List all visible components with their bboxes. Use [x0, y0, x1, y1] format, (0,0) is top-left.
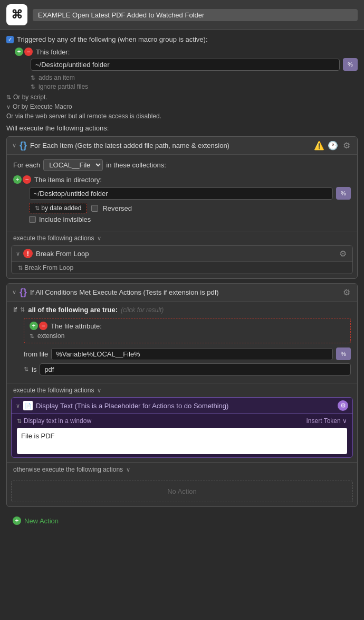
break-body: ⇅ Break From Loop	[12, 262, 352, 274]
display-title: Display Text (This is a Placeholder for …	[36, 402, 334, 410]
if-label: If	[13, 306, 17, 314]
remove-folder-button[interactable]: −	[24, 48, 33, 56]
for-each-var-row: For each LOCAL__File in these collection…	[13, 159, 351, 171]
if-brace-icon: {}	[20, 287, 27, 298]
from-file-var-button[interactable]: %	[336, 347, 351, 360]
insert-token-button[interactable]: Insert Token ∨	[306, 417, 348, 425]
for-each-variable-select[interactable]: LOCAL__File	[43, 159, 103, 171]
file-attr-remove[interactable]: −	[39, 322, 47, 330]
for-each-body: For each LOCAL__File in these collection…	[7, 155, 357, 231]
script-chevron: ⇅	[6, 94, 11, 101]
or-execute-row: ∨ Or by Execute Macro	[6, 103, 358, 110]
if-execute-label: execute the following actions	[13, 387, 94, 394]
is-row: ⇅ is	[24, 363, 351, 375]
for-each-chevron[interactable]: ∨	[12, 142, 16, 149]
reversed-label: Reversed	[102, 204, 132, 212]
display-text-content[interactable]: File is PDF	[17, 428, 347, 454]
display-chevron[interactable]: ∨	[16, 402, 20, 409]
break-icon: !	[23, 249, 33, 258]
include-invisibles-checkbox[interactable]	[29, 216, 36, 223]
insert-token-chevron: ∨	[342, 417, 347, 425]
from-file-input[interactable]	[51, 348, 333, 360]
ignore-partial-chevron: ⇅	[31, 83, 35, 90]
for-each-brace-icon: {}	[20, 140, 27, 151]
if-execute-row: execute the following actions ∨	[7, 383, 357, 397]
execute-label: execute the following actions	[13, 234, 94, 242]
from-file-label: from file	[24, 350, 48, 358]
display-icon: 📄	[23, 401, 33, 410]
items-add-remove: + −	[13, 175, 31, 184]
or-script-row: ⇅ Or by script.	[6, 93, 358, 101]
for-each-gear[interactable]: ⚙	[341, 140, 352, 151]
adds-item-label: adds an item	[39, 74, 75, 81]
dir-path-input[interactable]	[29, 187, 333, 200]
break-header: ∨ ! Break From Loop ⚙	[12, 246, 352, 262]
clock-icon: 🕐	[328, 140, 338, 151]
or-execute-label: Or by Execute Macro	[13, 103, 72, 110]
break-block: ∨ ! Break From Loop ⚙ ⇅ Break From Loop	[11, 245, 353, 274]
items-remove-button[interactable]: −	[23, 175, 31, 184]
items-row: + − The items in directory:	[13, 175, 351, 184]
file-attr-add-remove: + −	[30, 322, 47, 330]
is-value-input[interactable]	[40, 363, 351, 375]
if-execute-chevron[interactable]: ∨	[97, 387, 101, 394]
main-body: ✓ Triggered by any of the following (whe…	[0, 30, 364, 536]
conditions-chevron: ⇅	[20, 306, 25, 313]
extension-label: extension	[37, 332, 64, 340]
extension-chevron: ⇅	[30, 333, 34, 340]
folder-var-button[interactable]: %	[343, 58, 358, 71]
break-sub-label: Break From Loop	[24, 264, 73, 271]
folder-label-row: + − This folder:	[15, 48, 358, 56]
display-block: ∨ 📄 Display Text (This is a Placeholder …	[11, 397, 353, 458]
insert-token-label: Insert Token	[306, 417, 341, 425]
add-remove-group: + −	[15, 48, 33, 56]
sort-button[interactable]: ⇅ by date added	[29, 203, 87, 213]
display-body: ⇅ Display text in a window Insert Token …	[12, 414, 352, 457]
if-header: ∨ {} If All Conditions Met Execute Actio…	[7, 284, 357, 302]
folder-path-input[interactable]	[31, 59, 340, 71]
adds-item-chevron: ⇅	[31, 74, 35, 81]
for-each-execute-row: execute the following actions ∨	[7, 231, 357, 245]
break-gear[interactable]: ⚙	[338, 248, 348, 259]
file-attr-label: The file attribute:	[51, 322, 102, 330]
display-header: ∨ 📄 Display Text (This is a Placeholder …	[12, 398, 352, 414]
no-action-label: No Action	[167, 487, 197, 495]
file-attr-add[interactable]: +	[30, 322, 38, 330]
add-folder-button[interactable]: +	[15, 48, 23, 56]
folder-section: + − This folder: % ⇅ adds an item ⇅ igno…	[15, 48, 358, 90]
for-each-header: ∨ {} For Each Item (Gets the latest adde…	[7, 137, 357, 155]
break-title: Break From Loop	[36, 250, 334, 258]
reversed-checkbox[interactable]	[91, 205, 98, 212]
otherwise-row: otherwise execute the following actions …	[7, 462, 357, 476]
sort-chevron: ⇅	[35, 205, 40, 211]
sort-row: ⇅ by date added Reversed	[29, 203, 351, 213]
web-server-text: Or via the web server but all remote acc…	[6, 112, 358, 120]
or-script-label: Or by script.	[13, 93, 47, 101]
new-action-row[interactable]: + New Action	[6, 511, 358, 530]
file-attr-box: + − The file attribute: ⇅ extension	[24, 318, 351, 343]
if-gear[interactable]: ⚙	[341, 287, 352, 298]
display-text-label-row: ⇅ Display text in a window Insert Token …	[17, 417, 347, 425]
ignore-partial-row: ⇅ ignore partial files	[31, 83, 358, 90]
items-add-button[interactable]: +	[13, 175, 22, 184]
dir-input-row: %	[29, 187, 351, 200]
sort-label: by date added	[41, 204, 81, 212]
break-chevron[interactable]: ∨	[16, 250, 20, 257]
ignore-partial-label: ignore partial files	[39, 83, 88, 90]
dir-var-button[interactable]: %	[336, 187, 351, 200]
file-attr-row2: ⇅ extension	[30, 332, 345, 340]
include-invisibles-label: Include invisibles	[39, 215, 91, 223]
new-action-label: New Action	[24, 517, 59, 525]
click-result-label[interactable]: (click for result)	[121, 306, 164, 314]
display-gear[interactable]: ⚙	[338, 400, 348, 411]
trigger-checkbox[interactable]: ✓	[6, 36, 14, 43]
execute-chevron[interactable]: ∨	[97, 235, 101, 242]
new-action-add-icon[interactable]: +	[13, 516, 21, 525]
otherwise-chevron[interactable]: ∨	[126, 466, 130, 473]
execute-macro-chevron: ∨	[6, 104, 11, 110]
is-label: is	[32, 365, 36, 373]
macro-title[interactable]: EXAMPLE Open Latest PDF Added to Watched…	[33, 9, 358, 21]
file-attr-row1: + − The file attribute:	[30, 322, 345, 330]
all-following-label: all of the following are true:	[28, 306, 118, 314]
if-chevron[interactable]: ∨	[12, 289, 16, 296]
